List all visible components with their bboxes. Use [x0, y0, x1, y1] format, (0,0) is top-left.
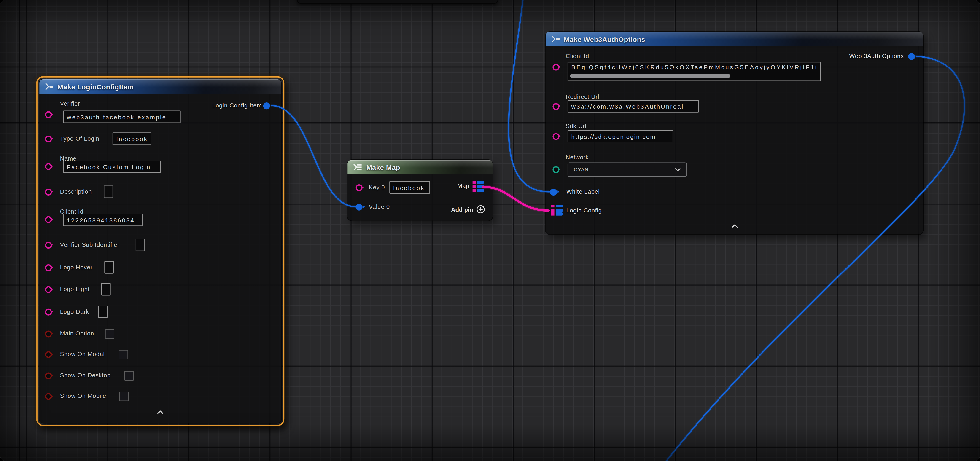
- logo-dark-pin[interactable]: [45, 308, 51, 315]
- logo-light-pin[interactable]: [45, 286, 51, 293]
- description-input[interactable]: [104, 186, 113, 198]
- network-dropdown[interactable]: CYAN: [568, 162, 687, 177]
- login-config-item-output-pin[interactable]: [263, 102, 270, 109]
- value0-pin[interactable]: [355, 203, 362, 210]
- client-id-scrollbar[interactable]: [570, 74, 730, 78]
- output-pin-label: Web 3Auth Options: [849, 52, 904, 59]
- add-pin-label: Add pin: [451, 206, 473, 213]
- pin-label-value0: Value 0: [369, 203, 390, 210]
- pin-label-logo-dark: Logo Dark: [60, 308, 89, 315]
- make-struct-icon: [550, 35, 560, 43]
- type-of-login-input[interactable]: facebook: [113, 132, 151, 145]
- client-id-pin[interactable]: [45, 216, 51, 223]
- logo-hover-input[interactable]: [104, 261, 114, 274]
- verifier-sub-identifier-input[interactable]: [136, 239, 145, 251]
- pin-label-logo-hover: Logo Hover: [60, 264, 92, 270]
- pin-label-network: Network: [566, 154, 589, 161]
- pin-label-show-on-mobile: Show On Mobile: [60, 393, 106, 399]
- node-title: Make LoginConfigItem: [57, 83, 134, 90]
- logo-hover-pin[interactable]: [45, 264, 51, 271]
- show-on-mobile-pin[interactable]: [45, 393, 51, 399]
- show-on-modal-pin[interactable]: [45, 351, 51, 358]
- client-id-pin[interactable]: [552, 64, 559, 70]
- verifier-sub-identifier-pin[interactable]: [45, 242, 51, 248]
- pin-label-sdk-url: Sdk Url: [566, 122, 587, 129]
- pin-label-verifier-sub-identifier: Verifier Sub Identifier: [60, 241, 119, 248]
- collapse-node-button[interactable]: [731, 224, 738, 228]
- pin-label-verifier: Verifier: [60, 100, 80, 107]
- pin-label-description: Description: [60, 188, 92, 195]
- map-output-pin[interactable]: [473, 181, 484, 192]
- description-pin[interactable]: [45, 188, 51, 195]
- network-pin[interactable]: [552, 166, 559, 173]
- main-option-pin[interactable]: [45, 330, 51, 337]
- white-label-pin[interactable]: [550, 188, 557, 195]
- offscreen-node-bottom-edge[interactable]: [297, 0, 498, 4]
- pin-label-show-on-modal: Show On Modal: [60, 351, 105, 358]
- type-of-login-pin[interactable]: [45, 135, 51, 142]
- main-option-checkbox[interactable]: [105, 329, 115, 339]
- node-make-web3authoptions[interactable]: Make Web3AuthOptions Web 3Auth Options C…: [546, 32, 923, 234]
- collapse-node-button[interactable]: [157, 410, 164, 414]
- redirect-url-input[interactable]: w3a://com.w3a.Web3AuthUnreal: [568, 100, 699, 113]
- pin-label-client-id: Client Id: [566, 52, 589, 59]
- node-header[interactable]: Make LoginConfigItem: [39, 79, 281, 94]
- make-struct-icon: [45, 83, 54, 91]
- logo-light-input[interactable]: [101, 283, 111, 296]
- node-header[interactable]: Make Web3AuthOptions: [546, 32, 923, 46]
- key0-pin[interactable]: [355, 184, 362, 191]
- pin-label-redirect-url: Redirect Url: [566, 93, 599, 100]
- node-make-map[interactable]: Make Map Key 0 facebook Map Value 0 Add …: [347, 160, 493, 221]
- pin-label-show-on-desktop: Show On Desktop: [60, 372, 111, 379]
- show-on-desktop-checkbox[interactable]: [124, 371, 134, 380]
- pin-label-map-output: Map: [457, 183, 469, 189]
- verifier-input[interactable]: web3auth-facebook-example: [63, 111, 181, 123]
- blueprint-graph-canvas[interactable]: Make LoginConfigItem Login Config Item V…: [0, 0, 980, 461]
- add-pin-button[interactable]: Add pin: [451, 205, 485, 214]
- node-header[interactable]: Make Map: [347, 160, 493, 174]
- network-dropdown-value: CYAN: [574, 167, 589, 173]
- pin-label-white-label: White Label: [566, 188, 600, 195]
- client-id-input[interactable]: 1222658941886084: [63, 214, 143, 226]
- redirect-url-pin[interactable]: [552, 103, 559, 110]
- chevron-down-icon: [675, 168, 681, 171]
- show-on-desktop-pin[interactable]: [45, 372, 51, 379]
- name-pin[interactable]: [45, 163, 51, 170]
- node-title: Make Web3AuthOptions: [564, 35, 645, 43]
- login-config-pin[interactable]: [551, 205, 563, 215]
- pin-label-type-of-login: Type Of Login: [60, 135, 99, 142]
- node-make-loginconfigitem[interactable]: Make LoginConfigItem Login Config Item V…: [39, 79, 281, 423]
- chevron-up-icon: [157, 410, 164, 414]
- verifier-pin[interactable]: [45, 111, 51, 118]
- chevron-up-icon: [731, 224, 738, 228]
- name-input[interactable]: Facebook Custom Login: [63, 161, 161, 173]
- key0-input[interactable]: facebook: [389, 181, 430, 194]
- sdk-url-pin[interactable]: [552, 133, 559, 140]
- plus-circle-icon: [476, 205, 485, 214]
- sdk-url-input[interactable]: https://sdk.openlogin.com: [568, 130, 673, 143]
- pin-label-login-config: Login Config: [566, 207, 602, 214]
- pin-label-main-option: Main Option: [60, 330, 94, 337]
- web3auth-options-output-pin[interactable]: [908, 53, 915, 60]
- pin-label-logo-light: Logo Light: [60, 286, 89, 292]
- show-on-modal-checkbox[interactable]: [119, 350, 128, 359]
- pin-label-key0: Key 0: [369, 184, 385, 191]
- node-title: Make Map: [366, 163, 400, 171]
- client-id-input[interactable]: BEglQSgt4cUWcj6SKRdu5QkOXTsePmMcusG5EAoy…: [568, 62, 821, 81]
- show-on-mobile-checkbox[interactable]: [119, 392, 129, 401]
- logo-dark-input[interactable]: [98, 305, 108, 318]
- make-map-icon: [353, 163, 363, 171]
- output-pin-label: Login Config Item: [212, 102, 262, 109]
